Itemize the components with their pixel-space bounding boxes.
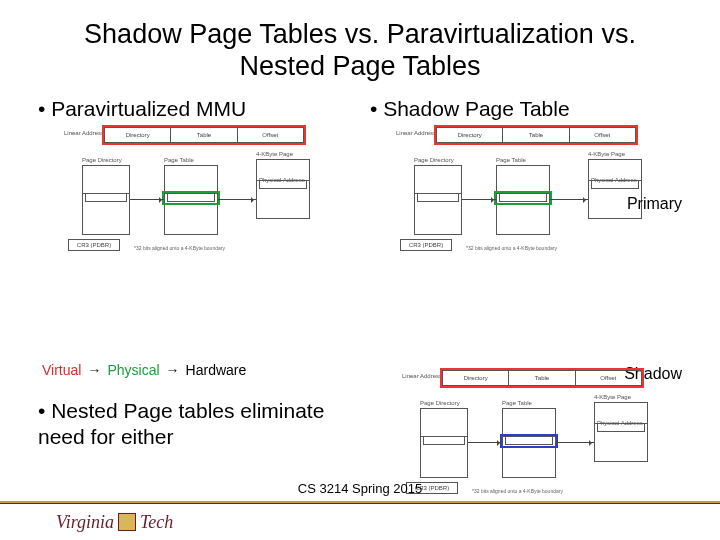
footer: Virginia Tech [0, 504, 720, 540]
bullet-shadow: • Shadow Page Table [370, 97, 682, 121]
virginia-tech-logo: Virginia Tech [56, 512, 173, 533]
page-directory [82, 165, 130, 235]
page-label: 4-KByte Page [256, 151, 293, 157]
course-label: CS 3214 Spring 2015 [298, 481, 422, 496]
mapping-virtual: Virtual [42, 362, 81, 378]
diagram-paravirtualized: Linear Address Directory Table Offset Pa… [38, 127, 350, 277]
bullet-paravirtualized: • Paravirtualized MMU [38, 97, 350, 121]
highlight-green [494, 191, 552, 205]
phys-addr-label: Physical Address [259, 177, 305, 183]
logo-tech: Tech [140, 512, 173, 533]
arrow-icon: → [166, 362, 180, 378]
highlight-green [162, 191, 220, 205]
page-directory-label: Page Directory [82, 157, 122, 163]
cr3-box: CR3 (PDBR) [68, 239, 120, 251]
mapping-line: Virtual → Physical → Hardware [42, 362, 246, 378]
logo-virginia: Virginia [56, 512, 114, 533]
diagram-note: *32 bits aligned onto a 4-KByte boundary [134, 245, 225, 251]
diagram-shadow-secondary: Linear Address Directory Table Offset Pa… [382, 370, 682, 500]
linear-addr-label: Linear Address [64, 130, 104, 136]
tag-primary: Primary [627, 195, 682, 213]
bullet-nested: • Nested Page tables eliminate need for … [38, 398, 338, 451]
mapping-hardware: Hardware [186, 362, 247, 378]
slide-title: Shadow Page Tables vs. Paravirtualizatio… [40, 18, 680, 83]
highlight-red [102, 125, 306, 145]
mapping-physical: Physical [107, 362, 159, 378]
highlight-red [434, 125, 638, 145]
highlight-blue [500, 434, 558, 448]
page-table-label: Page Table [164, 157, 194, 163]
highlight-red [440, 368, 644, 388]
arrow-icon: → [87, 362, 101, 378]
page-frame [256, 159, 310, 219]
vt-shield-icon [118, 513, 136, 531]
